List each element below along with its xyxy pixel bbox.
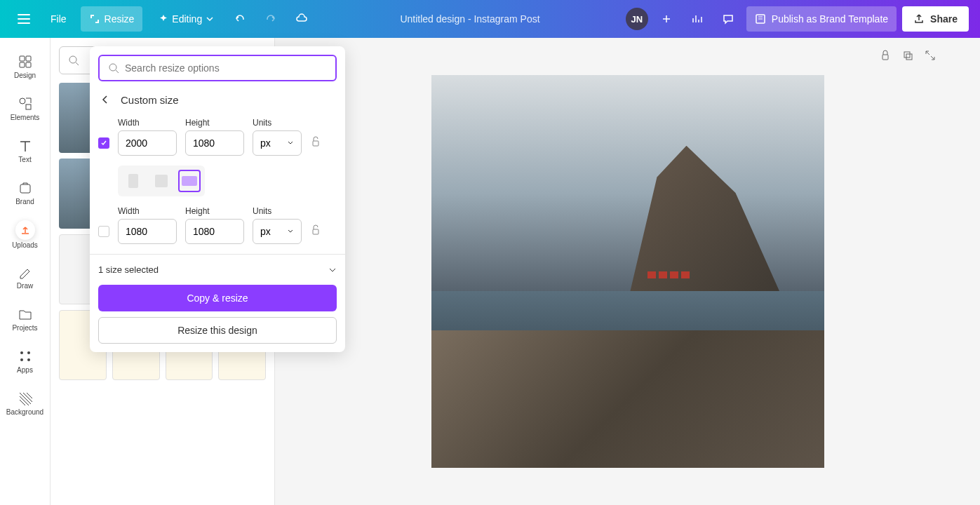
- analytics-button[interactable]: [685, 6, 710, 32]
- editing-button[interactable]: Editing: [148, 6, 222, 32]
- back-button[interactable]: [98, 93, 112, 107]
- menu-button[interactable]: [11, 6, 36, 32]
- width-input-1[interactable]: [118, 130, 177, 156]
- size-checkbox-2[interactable]: [98, 226, 109, 237]
- height-input-1[interactable]: [185, 130, 244, 156]
- size-selected-row[interactable]: 1 size selected: [98, 264, 337, 275]
- units-select-2[interactable]: px: [253, 219, 302, 244]
- orientation-square[interactable]: [150, 170, 173, 192]
- share-button[interactable]: Share: [902, 6, 969, 32]
- chevron-down-icon: [206, 15, 213, 22]
- top-header: File Resize Editing Untitled design - In…: [0, 0, 980, 38]
- width-label: Width: [118, 206, 177, 216]
- cloud-icon: [295, 13, 308, 25]
- svg-rect-3: [20, 62, 25, 67]
- units-label: Units: [253, 206, 302, 216]
- orientation-selector: [118, 166, 205, 196]
- comment-icon: [722, 13, 734, 25]
- sidebar-label: Draw: [17, 282, 33, 290]
- svg-point-10: [20, 358, 23, 361]
- units-label: Units: [253, 118, 302, 128]
- redo-button[interactable]: [258, 6, 283, 32]
- share-label: Share: [930, 13, 958, 25]
- canvas-toolbar: [879, 49, 938, 63]
- search-icon: [68, 55, 79, 66]
- height-field-group: Height: [185, 118, 244, 156]
- height-input-2[interactable]: [185, 219, 244, 244]
- publish-label: Publish as Brand Template: [772, 13, 888, 25]
- sidebar-item-brand[interactable]: Brand: [3, 173, 48, 212]
- sidebar-item-draw[interactable]: Draw: [3, 257, 48, 296]
- resize-label: Resize: [105, 13, 135, 25]
- resize-search-input[interactable]: [98, 55, 337, 81]
- add-member-button[interactable]: [654, 6, 679, 32]
- sidebar-item-text[interactable]: Text: [3, 130, 48, 170]
- resize-button[interactable]: Resize: [81, 6, 143, 32]
- sidebar-item-elements[interactable]: Elements: [3, 88, 48, 128]
- divider: [90, 254, 345, 255]
- design-icon: [17, 53, 34, 70]
- editing-label: Editing: [172, 13, 202, 25]
- sidebar-item-apps[interactable]: Apps: [3, 341, 48, 380]
- redo-icon: [264, 13, 277, 25]
- width-field-group: Width: [118, 118, 177, 156]
- duplicate-page-button[interactable]: [901, 49, 915, 63]
- cloud-button[interactable]: [289, 6, 314, 32]
- units-select-1[interactable]: px: [253, 130, 302, 156]
- canvas-image-rocks: [431, 330, 824, 468]
- sidebar-item-background[interactable]: Background: [3, 383, 48, 422]
- apps-icon: [17, 348, 34, 365]
- copy-resize-button[interactable]: Copy & resize: [98, 285, 337, 311]
- svg-point-5: [20, 98, 25, 104]
- design-title[interactable]: Untitled design - Instagram Post: [400, 13, 539, 25]
- lock-aspect-2[interactable]: [310, 224, 324, 238]
- uploads-icon: [15, 220, 35, 240]
- width-input-2[interactable]: [118, 219, 177, 244]
- sidebar-item-projects[interactable]: Projects: [3, 299, 48, 338]
- chevron-left-icon: [100, 94, 111, 105]
- orientation-portrait[interactable]: [122, 170, 145, 192]
- undo-icon: [234, 13, 246, 25]
- units-value: px: [260, 137, 271, 149]
- template-icon: [755, 13, 766, 25]
- svg-point-12: [69, 56, 76, 63]
- height-label: Height: [185, 118, 244, 128]
- orientation-landscape[interactable]: [178, 170, 201, 192]
- sidebar-label: Background: [6, 408, 43, 416]
- share-icon: [913, 13, 925, 25]
- sidebar-item-uploads[interactable]: Uploads: [3, 215, 48, 254]
- svg-point-11: [27, 358, 30, 361]
- elements-icon: [17, 95, 34, 112]
- popover-title: Custom size: [121, 94, 179, 106]
- projects-icon: [17, 306, 34, 323]
- magic-icon: [156, 13, 168, 25]
- sidebar-item-design[interactable]: Design: [3, 46, 48, 86]
- size-checkbox-1[interactable]: [98, 137, 109, 149]
- hamburger-icon: [18, 14, 30, 24]
- resize-design-button[interactable]: Resize this design: [98, 317, 337, 344]
- lock-aspect-1[interactable]: [310, 136, 324, 150]
- lock-page-button[interactable]: [879, 49, 893, 63]
- file-button[interactable]: File: [42, 6, 75, 32]
- avatar[interactable]: JN: [626, 8, 648, 30]
- sidebar-label: Design: [14, 72, 36, 79]
- resize-popover: Custom size Width Height Units px: [90, 46, 345, 352]
- check-icon: [100, 140, 107, 147]
- width-field-group: Width: [118, 206, 177, 244]
- svg-point-16: [109, 64, 116, 71]
- background-icon: [17, 390, 34, 407]
- chevron-down-icon: [328, 266, 337, 274]
- canvas-area: [275, 38, 980, 505]
- resize-search-field[interactable]: [125, 62, 327, 74]
- sidebar-label: Uploads: [12, 241, 38, 249]
- comment-button[interactable]: [716, 6, 741, 32]
- publish-button[interactable]: Publish as Brand Template: [746, 6, 897, 32]
- units-value: px: [260, 226, 271, 237]
- expand-page-button[interactable]: [924, 49, 938, 63]
- units-field-group: Units px: [253, 206, 302, 244]
- size-option-2: Width Height Units px: [98, 206, 337, 244]
- sidebar-label: Brand: [15, 198, 34, 206]
- chart-icon: [691, 13, 704, 25]
- design-canvas[interactable]: [431, 75, 824, 468]
- undo-button[interactable]: [227, 6, 253, 32]
